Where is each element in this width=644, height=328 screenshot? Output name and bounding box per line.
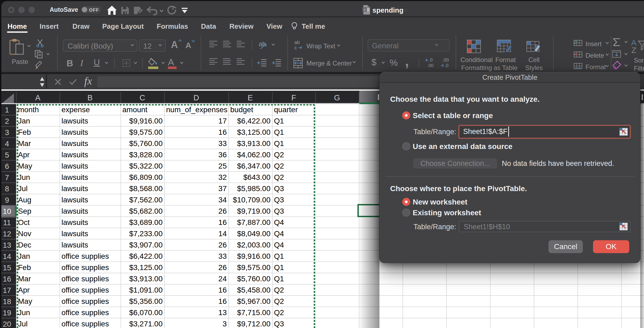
svg-text:X: X — [364, 8, 366, 12]
svg-text:c: c — [294, 45, 297, 50]
svg-text:.0: .0 — [445, 63, 448, 68]
svg-text:ab: ab — [294, 40, 300, 45]
svg-text:.00: .00 — [427, 63, 434, 68]
svg-text:.0: .0 — [429, 57, 433, 63]
svg-text:.00: .00 — [442, 57, 449, 63]
